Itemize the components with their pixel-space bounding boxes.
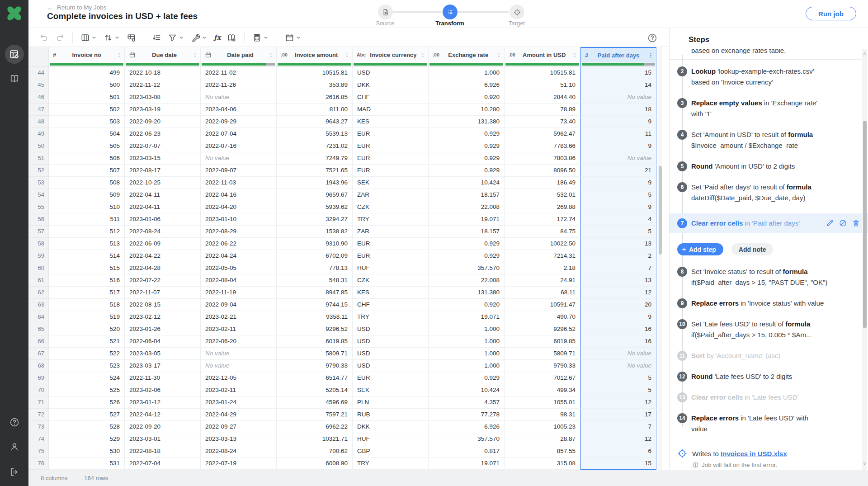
step-item-5[interactable]: 5 Round 'Amount in USD' to 2 digits	[691, 161, 840, 172]
row-number[interactable]: 76	[28, 458, 49, 470]
grid-cell[interactable]: 13	[580, 274, 656, 287]
calculator-button[interactable]	[252, 33, 269, 42]
grid-cell[interactable]: EUR	[353, 165, 429, 177]
grid-cell[interactable]: 2022-07-04	[201, 128, 277, 140]
writes-to-file-link[interactable]: Invoices in USD.xlsx	[721, 450, 787, 458]
app-logo-clover-icon[interactable]	[5, 4, 24, 23]
grid-cell[interactable]: 1538.82	[277, 226, 353, 238]
grid-cell[interactable]: 9	[580, 140, 656, 152]
grid-cell[interactable]: EUR	[353, 140, 429, 152]
grid-cell[interactable]: 10515.81	[277, 67, 353, 79]
grid-cell[interactable]: 315.08	[505, 458, 580, 470]
grid-cell[interactable]: 5809.71	[505, 348, 580, 360]
stepper-transform-circle[interactable]	[443, 5, 458, 19]
grid-cell[interactable]: 9790.33	[277, 360, 353, 372]
grid-cell[interactable]: 2022-08-24	[125, 226, 201, 238]
grid-cell[interactable]: 2022-11-26	[201, 79, 277, 91]
grid-cell[interactable]: 2023-03-13	[201, 433, 277, 445]
grid-cell[interactable]: 2023-01-26	[125, 323, 201, 335]
grid-cell[interactable]: 2022-04-12	[125, 409, 201, 421]
grid-cell[interactable]: 2022-04-11	[125, 201, 201, 213]
grid-cell[interactable]: 17	[580, 409, 656, 421]
column-menu-kebab-icon[interactable]	[116, 52, 122, 58]
grid-cell[interactable]: 530	[49, 445, 125, 458]
grid-cell[interactable]: CHF	[353, 91, 429, 104]
add-step-button[interactable]: +Add step	[677, 243, 723, 255]
grid-cell[interactable]: 12	[580, 396, 656, 409]
grid-cell[interactable]: SEK	[353, 384, 429, 396]
row-number[interactable]: 57	[28, 226, 49, 238]
row-number[interactable]: 52	[28, 165, 49, 177]
grid-cell[interactable]: 16	[580, 323, 656, 335]
grid-cell[interactable]: 517	[49, 287, 125, 299]
grid-cell[interactable]: 526	[49, 396, 125, 409]
grid-cell[interactable]: 4.357	[429, 396, 505, 409]
grid-cell[interactable]: 2.18	[505, 262, 580, 274]
grid-cell[interactable]: 22.008	[429, 201, 505, 213]
grid-cell[interactable]: 2022-09-04	[201, 299, 277, 311]
grid-cell[interactable]: No value	[201, 91, 277, 104]
grid-cell[interactable]: 19.071	[429, 458, 505, 470]
grid-cell[interactable]: 357.570	[429, 262, 505, 274]
grid-cell[interactable]: SEK	[353, 177, 429, 189]
grid-cell[interactable]: HUF	[353, 433, 429, 445]
row-number[interactable]: 51	[28, 152, 49, 165]
row-filter-button[interactable]	[152, 33, 161, 42]
grid-cell[interactable]: 523	[49, 360, 125, 372]
grid-cell[interactable]: 9	[580, 311, 656, 323]
grid-cell[interactable]: 811.00	[277, 104, 353, 116]
grid-cell[interactable]: 9310.90	[277, 238, 353, 250]
grid-cell[interactable]: 19.071	[429, 213, 505, 226]
grid-cell[interactable]: 2023-03-19	[125, 104, 201, 116]
grid-cell[interactable]: 522	[49, 348, 125, 360]
column-menu-kebab-icon[interactable]	[420, 52, 426, 58]
grid-cell[interactable]: 524	[49, 372, 125, 384]
grid-cell[interactable]: 2844.40	[505, 91, 580, 104]
grid-cell[interactable]: USD	[353, 360, 429, 372]
grid-cell[interactable]: 68.11	[505, 287, 580, 299]
grid-cell[interactable]: ZAR	[353, 189, 429, 201]
grid-cell[interactable]: 857.55	[505, 445, 580, 458]
grid-cell[interactable]: 2022-04-24	[201, 250, 277, 262]
grid-cell[interactable]: 7012.67	[505, 372, 580, 384]
grid-cell[interactable]: 172.74	[505, 213, 580, 226]
grid-cell[interactable]: 531	[49, 458, 125, 470]
grid-cell[interactable]: 51.10	[505, 79, 580, 91]
grid-cell[interactable]: 0.929	[429, 238, 505, 250]
grid-cell[interactable]: 5	[580, 189, 656, 201]
grid-cell[interactable]: 2022-07-07	[125, 140, 201, 152]
row-number[interactable]: 67	[28, 348, 49, 360]
grid-cell[interactable]: 7783.66	[505, 140, 580, 152]
row-number[interactable]: 71	[28, 396, 49, 409]
row-number[interactable]: 44	[28, 67, 49, 79]
grid-cell[interactable]: 519	[49, 311, 125, 323]
grid-cell[interactable]: 7214.31	[505, 250, 580, 262]
grid-cell[interactable]: USD	[353, 323, 429, 335]
grid-cell[interactable]: 2022-04-28	[125, 262, 201, 274]
grid-cell[interactable]: 9744.15	[277, 299, 353, 311]
grid-cell[interactable]: CZK	[353, 274, 429, 287]
grid-cell[interactable]: 513	[49, 238, 125, 250]
row-number[interactable]: 48	[28, 116, 49, 128]
table-eye-button[interactable]	[127, 33, 136, 42]
grid-cell[interactable]: 2022-08-29	[201, 226, 277, 238]
grid-cell[interactable]: 2023-02-11	[201, 323, 277, 335]
funnel-button[interactable]	[168, 33, 184, 42]
grid-cell[interactable]: 2022-04-11	[125, 189, 201, 201]
grid-cell[interactable]: 1.000	[429, 67, 505, 79]
step-item-11[interactable]: 11 Sort by 'Account_name' (asc)	[691, 350, 840, 361]
grid-cell[interactable]: 1.000	[429, 323, 505, 335]
grid-cell[interactable]: 357.570	[429, 433, 505, 445]
grid-cell[interactable]: 2	[580, 250, 656, 262]
grid-cell[interactable]: GBP	[353, 445, 429, 458]
column-header-exchange-rate[interactable]: .00Exchange rate	[429, 47, 505, 62]
grid-cell[interactable]: TRY	[353, 311, 429, 323]
grid-cell[interactable]: 2022-06-22	[201, 238, 277, 250]
grid-cell[interactable]: 2022-11-02	[201, 67, 277, 79]
grid-cell[interactable]: 9	[580, 177, 656, 189]
grid-cell[interactable]: 2022-04-29	[201, 409, 277, 421]
grid-cell[interactable]: 2022-11-12	[125, 79, 201, 91]
edit-icon[interactable]	[826, 219, 834, 227]
grid-cell[interactable]: 5939.62	[277, 201, 353, 213]
grid-cell[interactable]: 24.91	[505, 274, 580, 287]
